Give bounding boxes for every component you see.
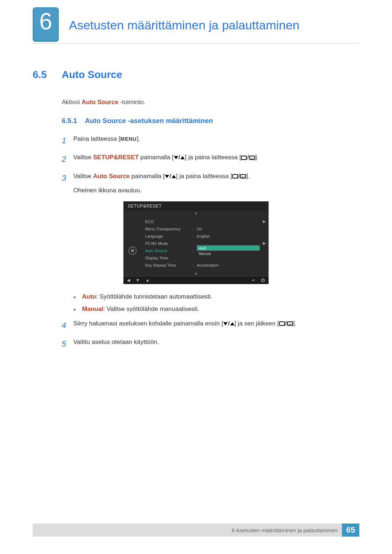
text: Paina laitteessa [ <box>73 135 120 142</box>
text: painamalla [ <box>130 173 165 180</box>
osd-footer: ◀ ▼ ▲ ↵ ⏻ <box>123 276 269 284</box>
osd-screenshot: SETUP&RESET ▲ ECO ▶ Menu Transparency : … <box>123 201 269 284</box>
osd-label: Key Repeat Time <box>145 263 192 267</box>
text: : Valitse syöttölähde manuaalisesti. <box>103 305 199 312</box>
chevron-right-icon: ▶ <box>260 219 269 224</box>
intro-accent: Auto Source <box>82 99 118 106</box>
osd-row-menu-transparency: Menu Transparency : On <box>143 225 269 233</box>
step-text: Paina laitteessa [MENU]. <box>73 134 359 144</box>
step-number: 2 <box>62 152 73 166</box>
osd-list: ECO ▶ Menu Transparency : On Language : … <box>142 215 269 272</box>
step-2: 2 Valitse SETUP&RESET painamalla [/] ja … <box>62 152 359 166</box>
osd-label: Menu Transparency <box>145 227 192 231</box>
bullet-manual: ● Manual: Valitse syöttölähde manuaalise… <box>73 305 359 313</box>
footer-text: 6 Asetusten määrittäminen ja palauttamin… <box>232 524 342 537</box>
osd-label-selected: Auto Source <box>145 249 192 253</box>
osd-row-auto-source: Auto Source : Auto Manual <box>143 247 269 254</box>
step-number: 4 <box>62 319 73 332</box>
source-enter-icon: / <box>241 152 255 163</box>
down-up-icon: / <box>174 152 185 163</box>
chapter-title: Asetusten määrittäminen ja palauttaminen <box>33 7 359 44</box>
osd-title: SETUP&RESET <box>123 201 269 211</box>
subsection-heading: 6.5.1 Auto Source -asetuksen määrittämin… <box>62 117 359 125</box>
osd-label: PC/AV Mode <box>145 241 192 246</box>
step-number: 3 <box>62 171 73 185</box>
osd-label: ECO <box>145 219 192 224</box>
section-number: 6.5 <box>33 69 62 81</box>
chapter-number-box: 6 <box>33 7 59 42</box>
osd-row-language: Language : English <box>143 233 269 240</box>
up-icon: ▲ <box>146 278 150 282</box>
osd-value: English <box>197 234 260 238</box>
bullet-auto: ● Auto: Syöttölähde tunnistetaan automaa… <box>73 293 359 301</box>
subsection-title: Auto Source -asetuksen määrittäminen <box>85 117 213 125</box>
step-number: 5 <box>62 337 73 350</box>
text: Valitse <box>73 173 93 180</box>
intro-line: Aktivoi Auto Source -toiminto. <box>62 99 359 106</box>
text: ]. <box>255 154 258 161</box>
gear-icon <box>128 246 137 255</box>
text: ]. <box>137 135 140 142</box>
step-text: Valittu asetus otetaan käyttöön. <box>73 337 359 348</box>
step-number: 1 <box>62 134 73 147</box>
text: ] ja paina laitteessa [ <box>185 154 241 161</box>
osd-label: Language <box>145 234 192 238</box>
osd-value: On <box>197 227 260 231</box>
bullet-dot-icon: ● <box>73 293 82 301</box>
osd-dropdown: Auto Manual <box>197 245 260 256</box>
source-enter-icon: / <box>279 319 293 329</box>
enter-icon: ↵ <box>252 278 255 283</box>
osd-body: ECO ▶ Menu Transparency : On Language : … <box>123 215 269 272</box>
step-5: 5 Valittu asetus otetaan käyttöön. <box>62 337 359 350</box>
text: : Syöttölähde tunnistetaan automaattises… <box>96 293 212 300</box>
down-up-icon: / <box>223 319 234 329</box>
osd-label: Display Time <box>145 256 192 260</box>
osd-bottom-arrow: ▼ <box>123 272 269 276</box>
page-number: 65 <box>342 524 359 537</box>
text: Siirry haluamasi asetuksen kohdalle pain… <box>73 320 223 327</box>
osd-top-arrow: ▲ <box>123 211 269 215</box>
section-title: Auto Source <box>62 69 122 81</box>
bullet-accent: Auto <box>82 293 96 300</box>
step-subline: Oheinen ikkuna avautuu. <box>73 185 359 196</box>
text: Valitse <box>73 154 93 161</box>
content-area: 6.5 Auto Source Aktivoi Auto Source -toi… <box>0 44 392 350</box>
accent-text: Auto Source <box>93 173 130 180</box>
osd-row-eco: ECO ▶ <box>143 218 269 225</box>
osd-value: Acceleration <box>197 263 260 267</box>
step-4: 4 Siirry haluamasi asetuksen kohdalle pa… <box>62 319 359 332</box>
text: ]. <box>246 173 249 180</box>
step-text: Valitse Auto Source painamalla [/] ja pa… <box>73 171 359 196</box>
source-enter-icon: / <box>232 171 246 182</box>
osd-gear-column <box>123 215 142 272</box>
bullet-text: Manual: Valitse syöttölähde manuaalisest… <box>82 305 199 313</box>
osd-option-manual: Manual <box>197 251 260 256</box>
osd-option-auto: Auto <box>197 245 260 251</box>
bullet-text: Auto: Syöttölähde tunnistetaan automaatt… <box>82 293 212 301</box>
bullet-accent: Manual <box>82 305 103 312</box>
osd-row-key-repeat: Key Repeat Time : Acceleration <box>143 262 269 269</box>
down-icon: ▼ <box>136 278 140 282</box>
intro-post: -toiminto. <box>118 99 146 106</box>
down-up-icon: / <box>165 171 176 182</box>
page-footer: 6 Asetusten määrittäminen ja palauttamin… <box>33 524 359 537</box>
text: ] ja paina laitteessa [ <box>176 173 232 180</box>
step-text: Siirry haluamasi asetuksen kohdalle pain… <box>73 319 359 329</box>
step-1: 1 Paina laitteessa [MENU]. <box>62 134 359 147</box>
power-icon: ⏻ <box>261 278 265 282</box>
step-3: 3 Valitse Auto Source painamalla [/] ja … <box>62 171 359 196</box>
back-icon: ◀ <box>127 278 130 283</box>
page-header: 6 Asetusten määrittäminen ja palauttamin… <box>0 0 392 44</box>
text: ] ja sen jälkeen [ <box>234 320 279 327</box>
text: painamalla [ <box>139 154 173 161</box>
subsection-number: 6.5.1 <box>62 117 85 125</box>
accent-text: SETUP&RESET <box>93 154 139 161</box>
step-text: Valitse SETUP&RESET painamalla [/] ja pa… <box>73 152 359 163</box>
intro-pre: Aktivoi <box>62 99 82 106</box>
section-heading: 6.5 Auto Source <box>33 69 359 81</box>
bullet-dot-icon: ● <box>73 305 82 313</box>
text: ]. <box>293 320 296 327</box>
chevron-right-icon: ▶ <box>260 241 269 246</box>
menu-label: MENU <box>120 136 136 142</box>
